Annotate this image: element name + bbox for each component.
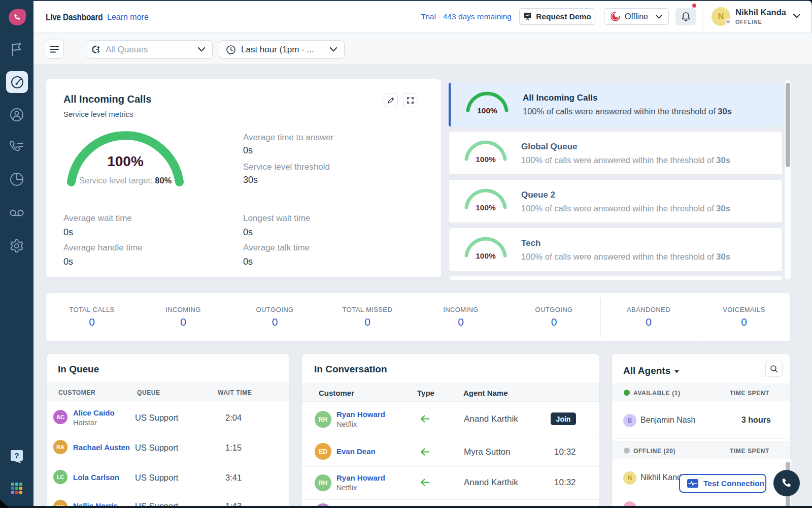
svg-text:?: ? [14, 451, 19, 460]
svg-text:100%: 100% [476, 203, 496, 212]
svg-text:100%: 100% [476, 251, 496, 260]
svg-text:100%: 100% [476, 155, 496, 164]
svg-text:100%: 100% [477, 106, 497, 115]
